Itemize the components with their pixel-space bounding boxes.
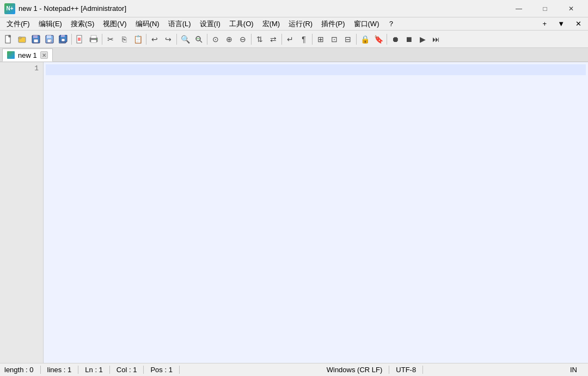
- svg-rect-14: [61, 35, 65, 37]
- toolbar-eol[interactable]: ¶: [297, 33, 310, 46]
- toolbar-zoom-in[interactable]: ⊕: [223, 33, 236, 46]
- line-number-1: 1: [4, 64, 39, 72]
- toolbar-block-select[interactable]: ⊞: [314, 33, 327, 46]
- tab-icon: [7, 51, 15, 59]
- toolbar-cut[interactable]: ✂: [104, 33, 117, 46]
- toolbar-sync-h[interactable]: ⇄: [267, 33, 280, 46]
- close-tab-button[interactable]: ✕: [571, 19, 586, 29]
- menu-tools[interactable]: 工具(O): [225, 18, 258, 30]
- svg-rect-15: [62, 39, 65, 41]
- toolbar-undo[interactable]: ↩: [148, 33, 161, 46]
- toolbar-find[interactable]: 🔍: [179, 33, 192, 46]
- toolbar-macro-rec[interactable]: ⏺: [389, 33, 402, 46]
- menu-language[interactable]: 语言(L): [164, 18, 195, 30]
- toolbar-print[interactable]: [87, 33, 100, 46]
- toolbar-find-in-files[interactable]: [192, 33, 205, 46]
- minimize-button[interactable]: —: [506, 0, 531, 17]
- window-title: new 1 - Notepad++ [Administrator]: [19, 4, 506, 13]
- status-ins: IN: [564, 366, 584, 374]
- toolbar-zoom-out[interactable]: ⊖: [236, 33, 249, 46]
- status-col: Col : 1: [110, 366, 144, 374]
- toolbar-sep-2: [102, 34, 102, 45]
- toolbar-copy[interactable]: ⎘: [118, 33, 131, 46]
- toolbar-sep-5: [207, 34, 207, 45]
- tab-add-button[interactable]: +: [538, 19, 552, 29]
- editor-line-1[interactable]: [46, 64, 586, 75]
- editor-content[interactable]: [44, 62, 588, 363]
- toolbar-bookmark[interactable]: 🔖: [372, 33, 385, 46]
- toolbar-open[interactable]: [16, 33, 29, 46]
- status-ln: Ln : 1: [78, 366, 110, 374]
- title-bar: N+ new 1 - Notepad++ [Administrator] — □…: [0, 0, 588, 17]
- status-lines: lines : 1: [41, 366, 79, 374]
- toolbar-sep-10: [387, 34, 387, 45]
- svg-rect-22: [91, 40, 96, 43]
- tab-label: new 1: [18, 51, 37, 59]
- tab-list-button[interactable]: ▼: [553, 19, 569, 29]
- toolbar-sep-6: [251, 34, 252, 45]
- maximize-button[interactable]: □: [532, 0, 558, 17]
- toolbar-sync-v[interactable]: ⇅: [253, 33, 266, 46]
- menu-bar: 文件(F) 编辑(E) 搜索(S) 视图(V) 编码(N) 语言(L) 设置(I…: [0, 17, 588, 31]
- toolbar-zoom-restore[interactable]: ⊙: [209, 33, 222, 46]
- status-bar: length : 0 lines : 1 Ln : 1 Col : 1 Pos …: [0, 363, 588, 376]
- tab-new1[interactable]: new 1 ✕: [2, 48, 53, 62]
- toolbar-saveall[interactable]: [57, 33, 70, 46]
- status-encoding: UTF-8: [389, 366, 423, 374]
- menu-file[interactable]: 文件(F): [2, 18, 34, 30]
- toolbar-macro-run-multi[interactable]: ⏭: [430, 33, 443, 46]
- menu-help[interactable]: ？: [383, 18, 399, 30]
- toolbar-save[interactable]: [29, 33, 42, 46]
- svg-line-25: [200, 40, 202, 43]
- toolbar-macro-play[interactable]: ▶: [416, 33, 429, 46]
- toolbar-sep-1: [71, 34, 72, 45]
- toolbar-move-view[interactable]: ⊟: [341, 33, 354, 46]
- toolbar-saveas[interactable]: +: [43, 33, 56, 46]
- menu-macro[interactable]: 宏(M): [258, 18, 285, 30]
- svg-rect-4: [19, 37, 21, 39]
- menu-window[interactable]: 窗口(W): [350, 18, 384, 30]
- tab-close-button[interactable]: ✕: [40, 51, 48, 59]
- menu-view[interactable]: 视图(V): [99, 18, 131, 30]
- toolbar-sep-4: [176, 34, 177, 45]
- toolbar: + ✂ ⎘ 📋 ↩ ↪ 🔍 ⊙ ⊕ ⊖ ⇅ ⇄ ↵ ¶ ⊞ ⊡ ⊟: [0, 31, 588, 48]
- menu-edit[interactable]: 编辑(E): [34, 18, 66, 30]
- svg-point-23: [96, 39, 97, 40]
- app-icon: N+: [4, 3, 15, 14]
- line-numbers: 1: [0, 62, 44, 363]
- close-button[interactable]: ✕: [559, 0, 584, 17]
- toolbar-close[interactable]: [74, 33, 87, 46]
- svg-rect-21: [91, 35, 96, 38]
- toolbar-redo[interactable]: ↪: [162, 33, 175, 46]
- svg-rect-6: [33, 35, 38, 38]
- menu-encoding[interactable]: 编码(N): [131, 18, 164, 30]
- status-length: length : 0: [4, 366, 41, 374]
- window-controls: — □ ✕: [506, 0, 584, 17]
- status-pos: Pos : 1: [144, 366, 179, 374]
- menu-search[interactable]: 搜索(S): [66, 18, 99, 30]
- menu-plugins[interactable]: 插件(P): [317, 18, 349, 30]
- svg-rect-9: [47, 35, 51, 38]
- toolbar-sep-7: [281, 34, 282, 45]
- menu-run[interactable]: 运行(R): [284, 18, 317, 30]
- svg-rect-7: [34, 39, 38, 43]
- tab-bar: new 1 ✕: [0, 48, 588, 62]
- toolbar-readonly[interactable]: 🔒: [358, 33, 371, 46]
- toolbar-clone[interactable]: ⊡: [328, 33, 341, 46]
- toolbar-sep-8: [312, 34, 313, 45]
- toolbar-new[interactable]: [2, 33, 15, 46]
- svg-text:+: +: [50, 39, 52, 43]
- toolbar-macro-stop[interactable]: ⏹: [402, 33, 415, 46]
- editor-container: 1: [0, 62, 588, 363]
- toolbar-sep-9: [356, 34, 357, 45]
- status-eol: Windows (CR LF): [320, 366, 390, 374]
- toolbar-paste[interactable]: 📋: [131, 33, 144, 46]
- menu-settings[interactable]: 设置(I): [195, 18, 225, 30]
- toolbar-sep-3: [146, 34, 146, 45]
- toolbar-wrap[interactable]: ↵: [284, 33, 297, 46]
